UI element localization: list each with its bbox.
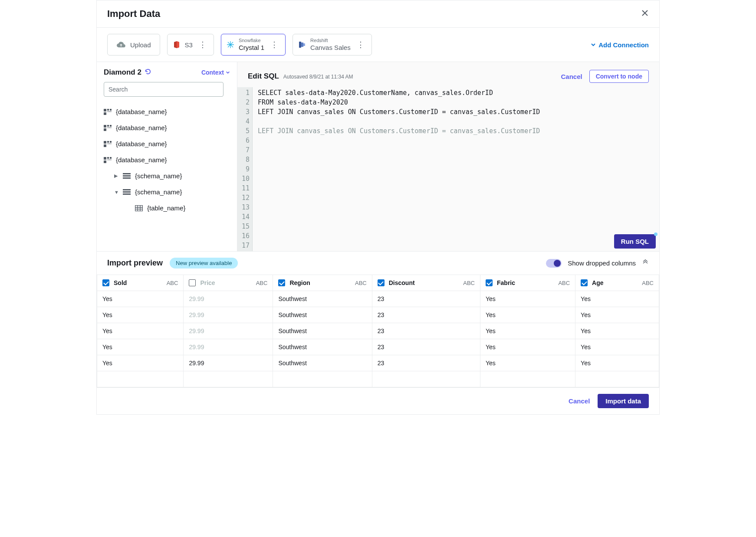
add-connection-button[interactable]: Add Connection <box>591 41 649 49</box>
svg-rect-5 <box>110 109 112 111</box>
svg-rect-27 <box>123 191 131 193</box>
cancel-edit-button[interactable]: Cancel <box>561 73 582 80</box>
upload-label: Upload <box>130 41 151 49</box>
svg-rect-2 <box>303 43 305 46</box>
caret-down-icon: ▼ <box>114 190 118 195</box>
code-editor[interactable]: 1234567891011121314151617 SELECT sales-d… <box>237 87 659 251</box>
column-checkbox[interactable] <box>278 279 285 286</box>
svg-rect-17 <box>104 144 106 147</box>
svg-rect-24 <box>123 175 131 177</box>
import-data-dialog: Import Data Upload S3 ⋮ Snowflake Crysta… <box>96 0 660 415</box>
s3-label: S3 <box>185 41 193 49</box>
table-cell: 29.99 <box>184 355 273 371</box>
column-name: Fabric <box>497 279 515 286</box>
refresh-icon <box>145 69 151 75</box>
database-item[interactable]: {database_name} <box>104 104 230 120</box>
svg-rect-10 <box>110 125 112 127</box>
redshift-options-icon[interactable]: ⋮ <box>355 40 366 49</box>
table-cell: 23 <box>372 291 480 307</box>
dialog-title: Import Data <box>107 8 160 20</box>
snowflake-source-button[interactable]: Snowflake Crystal 1 ⋮ <box>221 34 286 56</box>
table-cell <box>575 371 659 387</box>
column-checkbox[interactable] <box>189 279 196 286</box>
snowflake-type-label: Snowflake <box>239 38 264 43</box>
chevron-down-icon <box>591 42 596 47</box>
svg-rect-22 <box>104 160 106 163</box>
table-cell: Yes <box>480 307 575 323</box>
upload-source-button[interactable]: Upload <box>107 34 160 56</box>
column-name: Age <box>592 279 603 286</box>
context-dropdown[interactable]: Context <box>201 69 230 76</box>
column-checkbox[interactable] <box>102 279 109 286</box>
refresh-button[interactable] <box>145 69 151 76</box>
svg-rect-13 <box>104 141 106 144</box>
column-header[interactable]: AgeABC <box>575 275 659 291</box>
cancel-button[interactable]: Cancel <box>569 397 590 405</box>
table-cell: Yes <box>575 323 659 339</box>
database-item[interactable]: {database_name} <box>104 152 230 168</box>
close-button[interactable] <box>641 8 649 20</box>
svg-rect-16 <box>107 144 112 144</box>
column-checkbox[interactable] <box>378 279 385 286</box>
table-cell: 23 <box>372 307 480 323</box>
svg-rect-23 <box>123 173 131 174</box>
code-content[interactable]: SELECT sales-data-May2020.CustomerName, … <box>253 87 545 251</box>
table-cell: Yes <box>97 307 184 323</box>
column-header[interactable]: FabricABC <box>480 275 575 291</box>
line-gutter: 1234567891011121314151617 <box>237 87 253 251</box>
database-item[interactable]: {database_name} <box>104 120 230 136</box>
column-type: ABC <box>355 280 367 286</box>
s3-options-icon[interactable]: ⋮ <box>197 40 208 49</box>
column-header[interactable]: PriceABC <box>184 275 273 291</box>
column-header[interactable]: DiscountABC <box>372 275 480 291</box>
add-connection-label: Add Connection <box>598 41 649 49</box>
table-cell <box>372 371 480 387</box>
column-type: ABC <box>558 280 570 286</box>
svg-rect-7 <box>104 112 106 115</box>
table-cell: 29.99 <box>184 323 273 339</box>
s3-source-button[interactable]: S3 ⋮ <box>167 34 214 56</box>
convert-to-node-button[interactable]: Convert to node <box>589 70 649 83</box>
cloud-upload-icon <box>116 41 126 48</box>
new-preview-pill[interactable]: New preview available <box>170 258 238 268</box>
table-cell: 23 <box>372 323 480 339</box>
table-row: Yes29.99Southwest23YesYes <box>97 323 659 339</box>
svg-rect-11 <box>107 128 112 128</box>
column-checkbox[interactable] <box>486 279 493 286</box>
table-cell: Yes <box>97 355 184 371</box>
svg-rect-9 <box>107 125 109 127</box>
table-row: Yes29.99Southwest23YesYes <box>97 339 659 355</box>
snowflake-icon <box>227 41 234 49</box>
show-dropped-toggle[interactable] <box>546 259 562 268</box>
column-header[interactable]: SoldABC <box>97 275 184 291</box>
table-cell: Yes <box>97 291 184 307</box>
search-input[interactable] <box>104 82 224 97</box>
svg-rect-14 <box>107 141 109 143</box>
column-header[interactable]: RegionABC <box>273 275 372 291</box>
autosave-status: Autosaved 8/9/21 at 11:34 AM <box>283 74 353 80</box>
column-name: Price <box>200 279 215 286</box>
column-name: Sold <box>114 279 127 286</box>
table-cell <box>97 371 184 387</box>
close-icon <box>641 9 649 17</box>
editor-title: Edit SQL <box>248 72 279 81</box>
table-cell: Yes <box>575 307 659 323</box>
table-cell: 29.99 <box>184 339 273 355</box>
schema-item[interactable]: ▼ {schema_name} <box>104 184 230 200</box>
collapse-preview-button[interactable] <box>642 259 649 268</box>
database-icon <box>104 125 112 131</box>
svg-rect-29 <box>135 205 143 211</box>
table-cell: Southwest <box>273 355 372 371</box>
redshift-source-button[interactable]: Redshift Canvas Sales ⋮ <box>293 34 372 56</box>
table-cell: Yes <box>480 291 575 307</box>
table-cell: Yes <box>575 355 659 371</box>
column-checkbox[interactable] <box>581 279 588 286</box>
database-item[interactable]: {database_name} <box>104 136 230 152</box>
snowflake-options-icon[interactable]: ⋮ <box>269 40 280 49</box>
redshift-icon <box>298 41 306 49</box>
run-sql-button[interactable]: Run SQL <box>614 234 656 249</box>
import-data-button[interactable]: Import data <box>598 394 649 408</box>
table-cell <box>273 371 372 387</box>
schema-item[interactable]: ▶ {schema_name} <box>104 168 230 184</box>
table-item[interactable]: {table_name} <box>104 200 230 216</box>
